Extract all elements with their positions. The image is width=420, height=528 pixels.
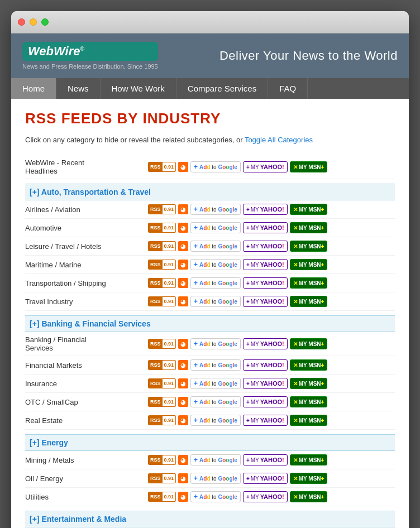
add-yahoo-btn[interactable]: +MYYAHOO! <box>243 259 288 270</box>
close-button[interactable] <box>18 18 25 26</box>
add-google-btn[interactable]: +Add to Google <box>190 259 241 270</box>
rss-icon[interactable]: ◕ <box>178 204 188 214</box>
rss-icon-recent[interactable]: ◕ <box>178 162 188 172</box>
feed-label: Automotive <box>25 224 148 232</box>
feed-label: Oil / Energy <box>25 474 148 483</box>
add-msn-btn[interactable]: ✕MY MSN+ <box>290 204 328 215</box>
feed-icons: RSS0.91 ◕ +Add to Google +MYYAHOO! ✕MY M… <box>148 204 395 215</box>
nav-compare[interactable]: Compare Services <box>176 78 268 99</box>
add-yahoo-btn[interactable]: +MYYAHOO! <box>243 378 288 389</box>
category-auto[interactable]: [+] Auto, Transportation & Travel <box>25 184 395 200</box>
add-google-btn[interactable]: +Add to Google <box>190 277 241 289</box>
category-entertainment[interactable]: [+] Entertainment & Media <box>25 511 395 527</box>
category-banking[interactable]: [+] Banking & Financial Services <box>25 315 395 332</box>
add-msn-btn[interactable]: ✕MY MSN+ <box>290 241 328 252</box>
add-yahoo-recent[interactable]: + MY YAHOO! <box>243 161 288 172</box>
add-msn-btn[interactable]: ✕MY MSN+ <box>290 359 328 371</box>
add-msn-btn[interactable]: ✕MY MSN+ <box>290 222 328 233</box>
add-msn-btn[interactable]: ✕MY MSN+ <box>290 473 328 484</box>
main-content: RSS FEEDS BY INDUSTRY Click on any categ… <box>11 99 409 528</box>
add-msn-btn[interactable]: ✕MY MSN+ <box>290 296 328 307</box>
header-slogan: Deliver Your News to the World <box>219 49 398 63</box>
rss-badge[interactable]: RSS0.91 <box>148 260 176 270</box>
rss-badge[interactable]: RSS0.91 <box>148 455 176 465</box>
rss-badge[interactable]: RSS0.91 <box>148 296 176 306</box>
add-msn-btn[interactable]: ✕MY MSN+ <box>290 277 328 289</box>
add-yahoo-btn[interactable]: +MYYAHOO! <box>243 415 288 426</box>
add-msn-btn[interactable]: ✕MY MSN+ <box>290 396 328 407</box>
add-google-btn[interactable]: +Add to Google <box>190 454 241 465</box>
add-google-btn[interactable]: +Add to Google <box>190 204 241 215</box>
feed-row: Travel Industry RSS0.91 ◕ +Add to Google… <box>25 292 395 311</box>
rss-badge[interactable]: RSS0.91 <box>148 278 176 288</box>
rss-badge[interactable]: RSS0.91 <box>148 492 176 502</box>
logo-tagline: News and Press Release Distribution, Sin… <box>22 63 158 70</box>
add-yahoo-btn[interactable]: +MYYAHOO! <box>243 359 288 371</box>
add-yahoo-btn[interactable]: +MYYAHOO! <box>243 491 288 502</box>
maximize-button[interactable] <box>41 18 49 26</box>
add-google-btn[interactable]: +Add to Google <box>190 473 241 484</box>
rss-icon[interactable]: ◕ <box>178 241 188 251</box>
rss-icon[interactable]: ◕ <box>178 339 188 349</box>
rss-badge[interactable]: RSS0.91 <box>148 223 176 233</box>
add-google-btn[interactable]: +Add to Google <box>190 378 241 389</box>
add-google-btn[interactable]: +Add to Google <box>190 222 241 233</box>
rss-icon[interactable]: ◕ <box>178 492 188 502</box>
add-google-btn[interactable]: +Add to Google <box>190 491 241 502</box>
rss-icon[interactable]: ◕ <box>178 260 188 270</box>
add-google-btn[interactable]: +Add to Google <box>190 338 241 349</box>
add-msn-btn[interactable]: ✕MY MSN+ <box>290 378 328 389</box>
toggle-all-link[interactable]: Toggle All Categories <box>245 136 313 144</box>
rss-icon[interactable]: ◕ <box>178 378 188 388</box>
nav-home[interactable]: Home <box>11 78 56 99</box>
rss-badge[interactable]: RSS0.91 <box>148 339 176 349</box>
add-google-btn[interactable]: +Add to Google <box>190 359 241 371</box>
intro-paragraph: Click on any category to hide or reveal … <box>25 136 395 144</box>
rss-icon[interactable]: ◕ <box>178 455 188 465</box>
feed-row: Leisure / Travel / Hotels RSS0.91 ◕ +Add… <box>25 237 395 256</box>
add-google-btn[interactable]: +Add to Google <box>190 296 241 307</box>
rss-icon[interactable]: ◕ <box>178 397 188 407</box>
nav-bar: Home News How We Work Compare Services F… <box>11 78 409 99</box>
add-yahoo-btn[interactable]: +MYYAHOO! <box>243 338 288 349</box>
add-msn-btn[interactable]: ✕MY MSN+ <box>290 259 328 270</box>
rss-badge[interactable]: RSS0.91 <box>148 204 176 214</box>
rss-icon[interactable]: ◕ <box>178 360 188 370</box>
add-google-btn[interactable]: +Add to Google <box>190 415 241 426</box>
add-yahoo-btn[interactable]: +MYYAHOO! <box>243 296 288 307</box>
add-yahoo-btn[interactable]: +MYYAHOO! <box>243 454 288 465</box>
nav-news[interactable]: News <box>56 78 101 99</box>
rss-badge-recent[interactable]: RSS 0.91 <box>148 162 176 172</box>
rss-badge[interactable]: RSS0.91 <box>148 378 176 388</box>
add-msn-btn[interactable]: ✕MY MSN+ <box>290 454 328 465</box>
feed-icons: RSS0.91 ◕ +Add to Google +MYYAHOO! ✕MY M… <box>148 378 395 389</box>
add-yahoo-btn[interactable]: +MYYAHOO! <box>243 396 288 407</box>
logo-box[interactable]: WebWire® <box>22 42 158 61</box>
rss-badge[interactable]: RSS0.91 <box>148 415 176 425</box>
add-msn-btn[interactable]: ✕MY MSN+ <box>290 491 328 502</box>
minimize-button[interactable] <box>30 18 37 26</box>
add-yahoo-btn[interactable]: +MYYAHOO! <box>243 204 288 215</box>
add-google-btn[interactable]: +Add to Google <box>190 241 241 252</box>
add-msn-recent[interactable]: ✕ MY MSN+ <box>290 161 328 172</box>
rss-badge[interactable]: RSS0.91 <box>148 473 176 483</box>
rss-badge[interactable]: RSS0.91 <box>148 241 176 251</box>
rss-icon[interactable]: ◕ <box>178 223 188 233</box>
add-msn-btn[interactable]: ✕MY MSN+ <box>290 338 328 349</box>
rss-badge[interactable]: RSS0.91 <box>148 397 176 407</box>
add-google-recent[interactable]: + Add to Google <box>190 161 241 172</box>
rss-icon[interactable]: ◕ <box>178 278 188 288</box>
add-msn-btn[interactable]: ✕MY MSN+ <box>290 415 328 426</box>
rss-icon[interactable]: ◕ <box>178 415 188 425</box>
rss-badge[interactable]: RSS0.91 <box>148 360 176 370</box>
add-yahoo-btn[interactable]: +MYYAHOO! <box>243 222 288 233</box>
add-google-btn[interactable]: +Add to Google <box>190 396 241 407</box>
nav-how-we-work[interactable]: How We Work <box>101 78 176 99</box>
add-yahoo-btn[interactable]: +MYYAHOO! <box>243 277 288 289</box>
rss-icon[interactable]: ◕ <box>178 296 188 306</box>
add-yahoo-btn[interactable]: +MYYAHOO! <box>243 473 288 484</box>
rss-icon[interactable]: ◕ <box>178 473 188 483</box>
category-energy[interactable]: [+] Energy <box>25 434 395 451</box>
nav-faq[interactable]: FAQ <box>268 78 308 99</box>
add-yahoo-btn[interactable]: +MYYAHOO! <box>243 241 288 252</box>
